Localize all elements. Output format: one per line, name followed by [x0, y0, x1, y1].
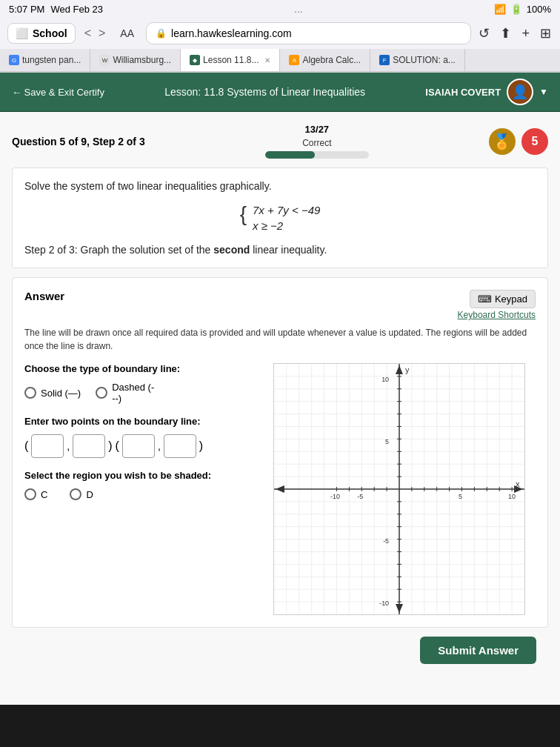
controls-panel: Choose the type of boundary line: Solid …: [24, 363, 261, 500]
status-bar: 5:07 PM Wed Feb 23 ... 📶 🔋 100%: [0, 0, 560, 18]
comma-1: ,: [67, 440, 70, 452]
region-section: Select the region you wish to be shaded:…: [24, 470, 261, 500]
question-label: Question 5 of 9, Step 2 of 3: [12, 136, 145, 147]
status-dots: ...: [294, 3, 303, 15]
y-label-5: 5: [385, 438, 389, 445]
dropdown-icon[interactable]: ▼: [539, 87, 548, 97]
graph-container[interactable]: y x -10 -5 5 10 10 5 -5 -10: [273, 363, 525, 615]
tab-williamsburg[interactable]: W Williamsburg...: [90, 49, 181, 71]
dashed-radio[interactable]: [96, 387, 107, 399]
header-user: ISAIAH COVERT 👤 ▼: [425, 79, 548, 105]
progress-bar-fill: [265, 151, 315, 159]
point2-x-input[interactable]: [122, 434, 155, 458]
forward-arrow-btn[interactable]: >: [96, 25, 108, 42]
tab-label-lesson: Lesson 11.8...: [203, 55, 259, 65]
keyboard-shortcuts-link[interactable]: Keyboard Shortcuts: [458, 310, 536, 320]
keypad-label: Keypad: [495, 293, 527, 305]
tab-lesson[interactable]: ◆ Lesson 11.8... ✕: [181, 49, 280, 71]
boundary-type-radio-group: Solid (—) Dashed (---): [24, 382, 261, 404]
answer-section: Answer ⌨ Keypad Keyboard Shortcuts The l…: [12, 277, 548, 628]
tab-solution[interactable]: F SOLUTION: a...: [370, 49, 465, 71]
step-label: Step 2 of 3:: [24, 244, 78, 256]
answer-label: Answer: [24, 290, 64, 302]
region-d-radio[interactable]: [70, 488, 81, 500]
step-emphasis: second: [213, 244, 250, 256]
save-exit-button[interactable]: ← Save & Exit Certify: [12, 87, 104, 98]
lesson-title: Lesson: 11.8 Systems of Linear Inequalit…: [113, 86, 416, 98]
question-badges: 🏅 5: [489, 128, 548, 155]
open-paren-1: (: [24, 439, 28, 453]
share-button[interactable]: ⬆: [499, 24, 513, 43]
region-c-label: C: [41, 489, 47, 500]
equation-2: x ≥ −2: [253, 219, 320, 232]
streak-count: 5: [532, 135, 539, 148]
tab-label-algebra: Algebra Calc...: [302, 55, 361, 65]
tab-favicon-lesson: ◆: [190, 55, 200, 65]
back-arrow-btn[interactable]: <: [81, 25, 94, 42]
y-label-neg5: -5: [383, 537, 389, 545]
dashed-option[interactable]: Dashed (---): [96, 382, 154, 404]
school-label: School: [33, 27, 67, 39]
add-tab-button[interactable]: +: [520, 24, 531, 43]
step-end: linear inequality.: [253, 244, 327, 256]
y-label-10: 10: [381, 376, 389, 383]
math-system: { 7x + 7y < −49 x ≥ −2: [24, 204, 536, 232]
user-avatar: 👤: [507, 79, 533, 105]
tab-algebra[interactable]: A Algebra Calc...: [280, 49, 370, 71]
points-section: Enter two points on the boundary line: (…: [24, 416, 261, 458]
solid-label: Solid (—): [41, 388, 81, 399]
region-d-label: D: [86, 489, 93, 500]
status-time: 5:07 PM: [9, 4, 44, 15]
point1-x-input[interactable]: [31, 434, 64, 458]
answer-note: The line will be drawn once all required…: [24, 326, 536, 353]
browser-tabs: G tungsten pan... W Williamsburg... ◆ Le…: [0, 49, 560, 72]
dashed-label: Dashed (---): [112, 382, 154, 404]
step-instruction: Step 2 of 3: Graph the solution set of t…: [24, 244, 536, 256]
close-paren-2: ): [199, 439, 203, 453]
point-inputs: ( , ) ( , ): [24, 434, 261, 458]
page-icon: ⬜: [16, 27, 28, 39]
region-d-option[interactable]: D: [70, 488, 93, 500]
progress-bar-container: [265, 151, 369, 159]
battery-percent: 100%: [527, 4, 551, 15]
tab-close-lesson[interactable]: ✕: [264, 56, 270, 64]
graph-panel: y x -10 -5 5 10 10 5 -5 -10: [273, 363, 536, 615]
tabs-button[interactable]: ⊞: [539, 24, 553, 43]
browser-chrome: ⬜ School < > AA 🔒 learn.hawkeslearning.c…: [0, 18, 560, 73]
streak-badge: 5: [521, 128, 548, 155]
refresh-button[interactable]: ↺: [477, 24, 491, 43]
region-c-radio[interactable]: [24, 488, 36, 500]
step-detail: Graph the solution set of the: [81, 244, 214, 256]
solid-option[interactable]: Solid (—): [24, 387, 81, 399]
x-label-neg5: -5: [357, 493, 363, 500]
coin-badge: 🏅: [489, 128, 516, 155]
region-c-option[interactable]: C: [24, 488, 47, 500]
url-bar[interactable]: 🔒 learn.hawkeslearning.com: [146, 22, 471, 44]
battery-icon: 🔋: [510, 4, 522, 15]
graph-svg: y x -10 -5 5 10 10 5 -5 -10: [274, 364, 524, 614]
region-label: Select the region you wish to be shaded:: [24, 470, 261, 481]
school-button[interactable]: ⬜ School: [7, 23, 76, 44]
boundary-line-label: Choose the type of boundary line:: [24, 363, 261, 374]
math-equations: 7x + 7y < −49 x ≥ −2: [253, 204, 320, 232]
tab-tungsten[interactable]: G tungsten pan...: [0, 49, 90, 71]
problem-text: Solve the system of two linear inequalit…: [24, 180, 536, 192]
tab-label-williamsburg: Williamsburg...: [113, 55, 171, 65]
point2-y-input[interactable]: [164, 434, 196, 458]
aa-button[interactable]: AA: [114, 24, 140, 42]
region-radio-group: C D: [24, 488, 261, 500]
point1-y-input[interactable]: [73, 434, 105, 458]
tab-label-solution: SOLUTION: a...: [393, 55, 456, 65]
tab-favicon-williamsburg: W: [99, 55, 110, 65]
graph-controls-row: Choose the type of boundary line: Solid …: [24, 363, 536, 615]
solid-radio[interactable]: [24, 387, 36, 399]
keypad-button[interactable]: ⌨ Keypad: [470, 290, 536, 308]
math-brace: {: [240, 204, 247, 232]
question-box: Solve the system of two linear inequalit…: [12, 167, 548, 268]
wifi-icon: 📶: [494, 4, 506, 15]
url-text: learn.hawkeslearning.com: [171, 27, 292, 39]
points-label: Enter two points on the boundary line:: [24, 416, 261, 427]
lock-icon: 🔒: [156, 28, 167, 39]
submit-answer-button[interactable]: Submit Answer: [420, 637, 536, 664]
progress-section: 13/27 Correct: [265, 124, 369, 159]
